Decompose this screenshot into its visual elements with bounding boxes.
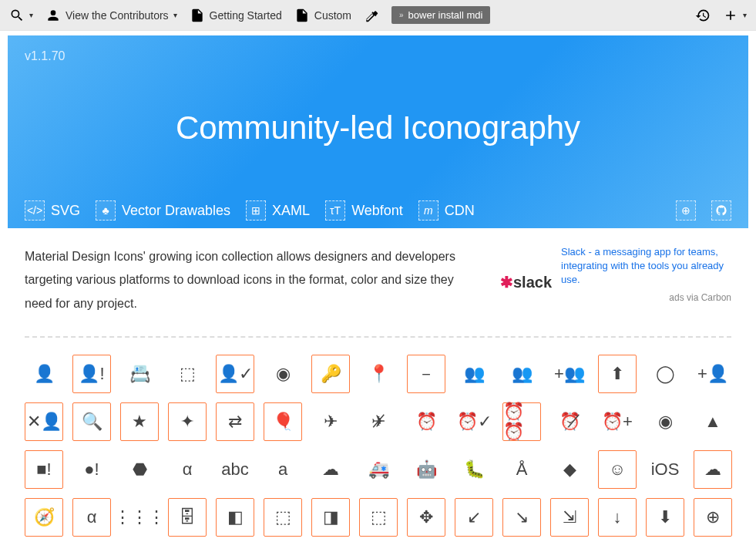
tab-vector-drawables[interactable]: ♣Vector Drawables <box>96 200 230 221</box>
icon-arrow-bottom-left[interactable]: ↙ <box>455 498 493 537</box>
main-content: Material Design Icons' growing icon coll… <box>8 228 748 542</box>
icon-appnet[interactable]: α <box>72 498 111 537</box>
getting-started-label: Getting Started <box>210 9 282 22</box>
icon-arrow-down[interactable]: ↓ <box>598 498 637 537</box>
icon-alert[interactable]: ▲ <box>694 402 732 441</box>
add-dropdown[interactable]: ▾ <box>723 8 747 23</box>
icon-amazon-clouddrive[interactable]: ☁ <box>311 450 350 489</box>
custom-link[interactable]: Custom <box>294 8 351 23</box>
chevron-right-icon: » <box>399 11 404 19</box>
tab-cdn[interactable]: mCDN <box>418 200 475 221</box>
icon-account-remove[interactable]: ✕👤 <box>25 402 63 441</box>
command-text: bower install mdi <box>408 9 483 21</box>
icon-alarm[interactable]: ⏰ <box>407 402 445 441</box>
icon-grid: 👤👤!📇⬚👤✓◉🔑📍－👥👥+👥⬆◯+👤✕👤🔍★✦⇄🎈✈✈̸⏰⏰✓⏰⏰⏰̸⏰+◉▲… <box>25 355 731 537</box>
icon-apple[interactable]: ◆ <box>550 450 589 489</box>
getting-started-link[interactable]: Getting Started <box>190 8 282 23</box>
icon-apple-ios[interactable]: iOS <box>646 450 684 489</box>
history-icon <box>695 8 711 23</box>
tab-webfont[interactable]: τTWebfont <box>325 200 403 221</box>
icon-archive[interactable]: 🗄 <box>168 498 207 537</box>
icon-account-search[interactable]: 🔍 <box>72 402 111 441</box>
tab-xaml[interactable]: ⊞XAML <box>246 200 310 221</box>
toolbar: ▾ View the Contributors ▾ Getting Starte… <box>0 0 756 31</box>
icon-arrange-bring-forward[interactable]: ◧ <box>216 498 254 537</box>
android-icon: ♣ <box>96 200 116 221</box>
site-link[interactable]: ⊕ <box>676 200 696 221</box>
hero-banner: v1.1.70 Community-led Iconography </>SVG… <box>8 35 748 228</box>
icon-account-switch[interactable]: ⇄ <box>216 402 254 441</box>
icon-alarm-multiple[interactable]: ⏰⏰ <box>502 402 541 441</box>
icon-air-balloon[interactable]: 🎈 <box>264 402 302 441</box>
icon-alarm-off[interactable]: ⏰̸ <box>550 402 589 441</box>
eyedropper-button[interactable] <box>364 8 379 23</box>
icon-account-box[interactable]: 📇 <box>120 355 159 393</box>
icon-album[interactable]: ◉ <box>646 402 684 441</box>
github-icon <box>711 200 731 221</box>
chevron-down-icon: ▾ <box>743 11 747 19</box>
icon-ambulance[interactable]: 🚑 <box>359 450 398 489</box>
icon-apple-safari[interactable]: 🧭 <box>25 498 63 537</box>
icon-alarm-plus[interactable]: ⏰+ <box>598 402 637 441</box>
icon-alert-box[interactable]: ■! <box>25 450 63 489</box>
icon-alert-circle[interactable]: ●! <box>72 450 111 489</box>
icon-arrow-all[interactable]: ✥ <box>407 498 445 537</box>
icon-arrange-send-backward[interactable]: ◨ <box>311 498 350 537</box>
icon-alarm-check[interactable]: ⏰✓ <box>455 402 493 441</box>
ad-box[interactable]: ✱slack Slack - a messaging app for teams… <box>500 245 731 319</box>
icon-alphabetical[interactable]: abc <box>216 450 254 489</box>
icon-apple-mobileme[interactable]: ☁ <box>694 450 732 489</box>
slack-logo: ✱slack <box>500 245 552 319</box>
icon-account-location[interactable]: 📍 <box>359 355 398 393</box>
icon-android-debug-bridge[interactable]: 🐛 <box>455 450 493 489</box>
icon-apple-finder[interactable]: ☺ <box>598 450 637 489</box>
icon-account-alert[interactable]: 👤! <box>72 355 111 393</box>
icon-account-box-outline[interactable]: ⬚ <box>168 355 207 393</box>
icon-amazon[interactable]: a <box>264 450 302 489</box>
icon-arrange-send-to-back[interactable]: ⬚ <box>359 498 398 537</box>
command-chip[interactable]: » bower install mdi <box>391 6 490 24</box>
icon-alpha[interactable]: α <box>168 450 207 489</box>
icon-account[interactable]: 👤 <box>25 355 63 393</box>
contributors-label: View the Contributors <box>66 9 169 22</box>
format-icon: τT <box>325 200 345 221</box>
icon-account-minus[interactable]: － <box>407 355 445 393</box>
icon-account-multiple-outline[interactable]: 👥 <box>502 355 541 393</box>
icon-alert-octagon[interactable]: ⬣ <box>120 450 159 489</box>
icon-account-outline[interactable]: ◯ <box>646 355 684 393</box>
icon-account-check[interactable]: 👤✓ <box>216 355 254 393</box>
icon-account-key[interactable]: 🔑 <box>311 355 350 393</box>
divider <box>25 336 731 338</box>
icon-account-multiple-plus[interactable]: +👥 <box>550 355 589 393</box>
icon-apps[interactable]: ⋮⋮⋮ <box>120 498 159 537</box>
icon-account-network[interactable]: ⬆ <box>598 355 637 393</box>
eyedropper-icon <box>364 8 379 23</box>
ad-attribution: ads via Carbon <box>561 292 731 303</box>
contributors-menu[interactable]: View the Contributors ▾ <box>45 8 177 23</box>
search-dropdown[interactable]: ▾ <box>9 8 33 23</box>
icon-account-circle[interactable]: ◉ <box>264 355 302 393</box>
icon-account-star-variant[interactable]: ✦ <box>168 402 207 441</box>
plus-icon <box>723 8 738 23</box>
icon-airplane[interactable]: ✈ <box>311 402 350 441</box>
code-icon: </> <box>25 200 45 221</box>
icon-account-plus[interactable]: +👤 <box>694 355 732 393</box>
github-link[interactable] <box>711 200 731 221</box>
icon-arrow-down-bold[interactable]: ⬇ <box>646 498 684 537</box>
version-label: v1.1.70 <box>25 49 731 63</box>
windows-icon: ⊞ <box>246 200 266 221</box>
history-button[interactable] <box>695 8 711 23</box>
icon-android-studio[interactable]: Å <box>502 450 541 489</box>
ad-text: Slack - a messaging app for teams, integ… <box>561 245 731 288</box>
icon-arrange-bring-to-front[interactable]: ⬚ <box>264 498 302 537</box>
icon-arrow-down-bold-circle[interactable]: ⊕ <box>694 498 732 537</box>
icon-arrow-collapse[interactable]: ⇲ <box>550 498 589 537</box>
icon-account-multiple[interactable]: 👥 <box>455 355 493 393</box>
tab-svg[interactable]: </>SVG <box>25 200 80 221</box>
icon-arrow-bottom-right[interactable]: ↘ <box>502 498 541 537</box>
icon-airplane-off[interactable]: ✈̸ <box>359 402 398 441</box>
chevron-down-icon: ▾ <box>173 11 177 19</box>
file-icon <box>190 8 205 23</box>
icon-android[interactable]: 🤖 <box>407 450 445 489</box>
icon-account-star[interactable]: ★ <box>120 402 159 441</box>
